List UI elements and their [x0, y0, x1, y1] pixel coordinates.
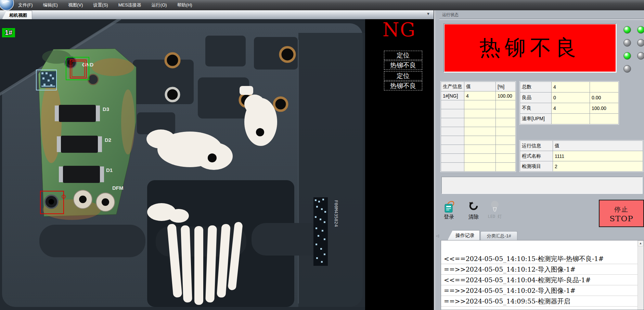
table-cell: 速率[UPM]	[520, 114, 552, 124]
run-status-panel: 运行状态 热铆不良 生产信息值[%]1#[NG]4100.00 总数4良品00.…	[439, 10, 644, 310]
table-cell: 1111	[553, 151, 643, 161]
pcb-label-d3: D3	[103, 106, 109, 112]
status-led	[623, 39, 631, 47]
log-entry: ==>>2024-05-05_14:10:12-导入图像-1#	[441, 264, 637, 275]
menu-item[interactable]: 文件(F)	[13, 0, 38, 10]
camera-tab-strip	[0, 10, 435, 20]
table-cell	[464, 136, 496, 145]
table-cell: 0.00	[590, 92, 619, 103]
led-light-label: LED 灯	[485, 214, 504, 220]
stop-label-en: STOP	[600, 214, 643, 223]
log-entry: ==>>2024-05-05_14:09:55-检测器开启	[441, 296, 637, 307]
led-col-1	[623, 26, 631, 73]
table-cell	[441, 100, 464, 109]
overlay-label-box: 热铆不良	[384, 81, 422, 90]
table-cell	[441, 109, 464, 118]
table-cell	[464, 100, 496, 109]
table-cell	[464, 118, 496, 127]
status-led	[637, 26, 644, 34]
log-scrollbar[interactable]: ▲	[637, 240, 644, 310]
login-button[interactable]: 登录	[439, 200, 459, 223]
aoi-application-window: 文件(F)编辑(E)视图(V)设置(S)MES连接器运行(O)帮助(H) 相机视…	[0, 0, 644, 310]
table-cell	[464, 145, 496, 154]
menu-item[interactable]: 设置(S)	[88, 0, 113, 10]
status-led	[623, 65, 631, 73]
menu-bar: 文件(F)编辑(E)视图(V)设置(S)MES连接器运行(O)帮助(H)	[0, 0, 644, 10]
clear-button[interactable]: 清除	[464, 200, 483, 223]
table-cell	[441, 145, 464, 154]
log-entry: <<==2024-05-05_14:10:04-检测完毕-良品-1#	[441, 275, 637, 285]
menu-item[interactable]: 运行(O)	[146, 0, 172, 10]
led-light-button[interactable]: LED 灯	[485, 200, 504, 223]
refresh-clear-icon	[468, 200, 479, 211]
log-tab-row: ◁ 操作记录 分类汇总-1#	[439, 230, 644, 240]
table-cell: 1#[NG]	[441, 91, 464, 100]
tab-scroll-left-icon[interactable]: ◁	[436, 234, 439, 238]
app-logo-icon	[0, 0, 14, 11]
divider	[439, 18, 644, 20]
led-col-2	[637, 26, 644, 60]
camera-viewport: GND D3 D2 D1 DFM	[0, 19, 435, 310]
table-cell: [%]	[496, 82, 516, 91]
prod-table: 生产信息值[%]1#[NG]4100.00	[441, 82, 516, 172]
status-led	[623, 52, 631, 60]
log-list: <<==2024-05-05_14:10:15-检测完毕-热铆不良-1#==>>…	[441, 253, 637, 307]
menu-item[interactable]: 视图(V)	[63, 0, 88, 10]
alert-result-box: 热铆不良	[443, 23, 617, 73]
overlay-label-box: 定位	[384, 51, 422, 60]
table-cell	[590, 82, 619, 92]
table-cell: 生产信息	[441, 82, 464, 91]
table-cell: 良品	[520, 92, 552, 103]
table-cell: 总数	[520, 82, 552, 92]
table-cell	[496, 163, 516, 172]
table-cell: 检测项目	[520, 161, 553, 172]
overlay-label-box: 定位	[384, 71, 422, 80]
table-cell	[441, 127, 464, 136]
chevron-down-icon[interactable]: ▼	[426, 12, 430, 16]
log-entry: ==>>2024-05-05_14:10:02-导入图像-1#	[441, 285, 637, 296]
tab-camera-view[interactable]: 相机视图	[2, 11, 32, 19]
table-cell: 程式名称	[520, 151, 553, 161]
table-cell	[441, 154, 464, 163]
table-cell	[496, 100, 516, 109]
table-cell: 运行信息	[520, 141, 553, 151]
table-cell	[496, 127, 516, 136]
scroll-up-icon[interactable]: ▲	[638, 240, 643, 246]
tab-operation-log[interactable]: 操作记录	[448, 230, 480, 240]
table-cell	[464, 154, 496, 163]
status-led	[637, 52, 644, 60]
barcode-text: F00M435824	[334, 200, 339, 227]
pcb-label-gnd: GND	[82, 62, 94, 67]
pcb-label-d2: D2	[105, 137, 111, 143]
message-box	[441, 177, 643, 194]
table-cell: 0	[552, 92, 590, 103]
camera-index-badge: 1#	[2, 28, 15, 37]
table-cell	[496, 136, 516, 145]
table-cell	[441, 136, 464, 145]
tab-class-summary[interactable]: 分类汇总-1#	[480, 231, 517, 240]
result-ng-text: NG	[383, 18, 416, 41]
login-label: 登录	[439, 214, 459, 220]
menu-item[interactable]: 帮助(H)	[172, 0, 197, 10]
table-cell	[464, 163, 496, 172]
table-cell: 100.00	[590, 103, 619, 114]
table-cell	[496, 109, 516, 118]
table-cell	[441, 163, 464, 172]
stats-table: 总数4良品00.00不良4100.00速率[UPM]	[520, 82, 619, 124]
table-cell	[464, 127, 496, 136]
log-entry: <<==2024-05-05_14:10:15-检测完毕-热铆不良-1#	[441, 253, 637, 264]
table-cell: 4	[552, 103, 590, 114]
table-cell: 2	[553, 161, 643, 172]
stop-button[interactable]: 停止 STOP	[599, 200, 644, 227]
table-cell: 100.00	[496, 91, 516, 100]
runinfo-table: 运行信息值程式名称1111检测项目2	[520, 140, 643, 172]
overlay-label-box: 热铆不良	[384, 61, 422, 70]
pcb-label-dfm: DFM	[112, 185, 124, 191]
lightbulb-icon	[490, 200, 500, 212]
menu-item[interactable]: MES连接器	[113, 0, 146, 10]
clear-label: 清除	[464, 214, 483, 220]
menu-item[interactable]: 编辑(E)	[38, 0, 63, 10]
overlay-label-boxes: 定位热铆不良定位热铆不良	[384, 51, 422, 91]
table-cell: 值	[553, 141, 643, 151]
pcb-label-d1: D1	[106, 167, 113, 173]
